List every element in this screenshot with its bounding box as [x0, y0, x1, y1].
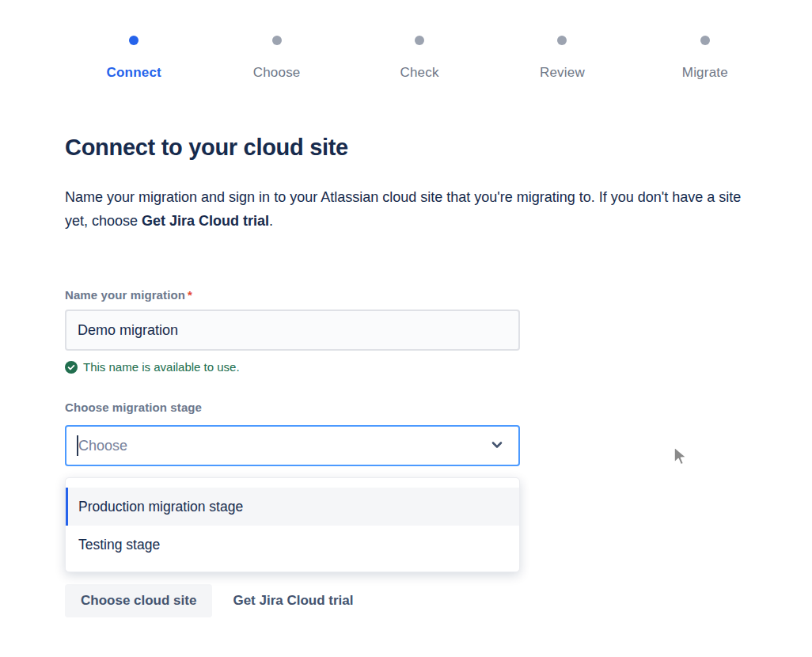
choose-cloud-site-button[interactable]: Choose cloud site [65, 584, 212, 617]
step-dot-check [415, 36, 424, 45]
chevron-down-icon[interactable] [490, 438, 504, 455]
step-review[interactable]: Review [491, 36, 633, 81]
migration-stepper: Connect Choose Check Review Migrate [63, 36, 776, 81]
name-availability-message: This name is available to use. [65, 360, 812, 374]
migration-stage-label: Choose migration stage [65, 401, 812, 414]
step-choose[interactable]: Choose [205, 36, 347, 81]
step-label-check: Check [400, 65, 438, 81]
required-asterisk: * [188, 288, 192, 302]
migration-stage-dropdown: Production migration stage Testing stage [65, 477, 520, 572]
check-circle-icon [65, 361, 78, 374]
main-content: Connect to your cloud site Name your mig… [65, 133, 812, 617]
select-placeholder: Choose [78, 438, 127, 454]
get-jira-cloud-trial-button[interactable]: Get Jira Cloud trial [233, 584, 353, 617]
migration-name-label: Name your migration* [65, 288, 812, 302]
success-text: This name is available to use. [83, 360, 240, 374]
step-migrate[interactable]: Migrate [634, 36, 776, 81]
migration-stage-select[interactable]: Choose [65, 425, 520, 466]
option-production-migration-stage[interactable]: Production migration stage [66, 488, 519, 526]
migration-name-input[interactable] [65, 310, 520, 351]
description-bold-text: Get Jira Cloud trial [142, 213, 269, 229]
action-buttons: Choose cloud site Get Jira Cloud trial [65, 584, 812, 617]
step-label-choose: Choose [253, 65, 301, 81]
page-description: Name your migration and sign in to your … [65, 185, 763, 233]
step-dot-review [557, 36, 567, 45]
step-dot-connect [129, 36, 138, 45]
step-dot-choose [272, 36, 282, 45]
page-title: Connect to your cloud site [65, 133, 812, 161]
step-label-review: Review [540, 65, 585, 81]
step-label-migrate: Migrate [682, 65, 728, 81]
step-dot-migrate [700, 36, 710, 45]
step-label-connect: Connect [107, 65, 161, 81]
step-check[interactable]: Check [348, 36, 491, 81]
description-period: . [269, 213, 273, 229]
option-testing-stage[interactable]: Testing stage [66, 526, 519, 564]
step-connect[interactable]: Connect [63, 36, 205, 81]
mouse-cursor [669, 445, 689, 472]
